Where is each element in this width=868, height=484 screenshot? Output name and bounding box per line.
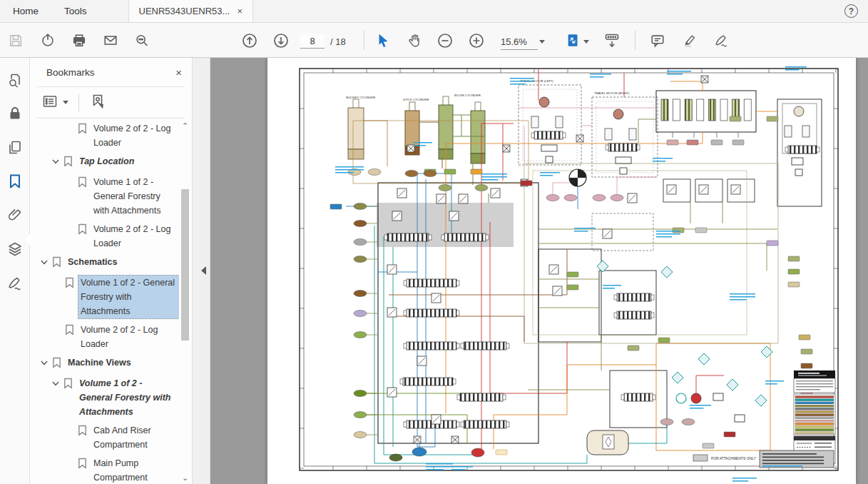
panel-close-icon[interactable]: × (175, 66, 182, 79)
page-count: / 18 (330, 36, 346, 47)
acrobat-window: Home Tools UENR5343UENR53... × ? (0, 0, 868, 484)
tab-home[interactable]: Home (0, 0, 51, 22)
bookmark-label[interactable]: Tap Location (77, 154, 179, 168)
boom-cylinder-label: BOOM CYLINDER (454, 94, 481, 97)
navigation-rail (0, 58, 30, 484)
bookmark-item[interactable]: Cab And Riser Compartment (30, 421, 179, 454)
attachments-note: FOR ATTACHMENTS ONLY (693, 455, 757, 461)
bookmark-item[interactable]: Volume 2 of 2 - Log Loader (30, 321, 179, 353)
bookmark-options-icon[interactable] (41, 93, 58, 113)
bookmark-item[interactable]: Main Pump Compartment (30, 454, 179, 484)
fit-page-icon[interactable] (565, 32, 582, 49)
bucket-cylinder: BUCKET CYLINDER (346, 96, 387, 166)
bookmarks-icon[interactable] (6, 173, 24, 190)
bookmark-label[interactable]: Volume 1 of 2 - General Forestry with At… (78, 276, 179, 318)
zoom-in-icon[interactable] (468, 32, 485, 49)
options-caret-icon[interactable] (63, 101, 68, 104)
schematic-page[interactable]: BUCKET CYLINDER STICK CYLINDER (267, 58, 856, 484)
bookmarks-tree: Volume 2 of 2 - Log LoaderTap LocationVo… (30, 119, 179, 484)
bookmark-icon (77, 222, 91, 238)
select-tool-icon[interactable] (375, 32, 392, 49)
toolbar-divider (364, 31, 364, 50)
share-upload-icon[interactable] (39, 32, 56, 49)
zoom-out-icon[interactable] (436, 32, 454, 49)
stick-cylinder-label: STICK CYLINDER (403, 98, 429, 101)
panel-title: Bookmarks (46, 67, 95, 78)
toolbar-divider (635, 31, 635, 50)
bookmark-item[interactable]: Volume 1 of 2 - General Forestry with At… (30, 173, 179, 220)
bookmark-label[interactable]: Volume 2 of 2 - Log Loader (91, 121, 179, 150)
bookmark-icon (77, 456, 91, 473)
document-view: BUCKET CYLINDER STICK CYLINDER (210, 58, 868, 484)
zoom-caret-icon[interactable] (539, 40, 545, 44)
document-export-icon[interactable] (6, 72, 24, 89)
document-tab-label: UENR5343UENR53... (139, 6, 230, 16)
zoom-level-value[interactable]: 15.6% (501, 36, 538, 50)
panel-splitter[interactable] (193, 58, 210, 484)
print-icon[interactable] (71, 32, 88, 49)
bookmark-item[interactable]: Volume 1 of 2 - General Forestry with At… (30, 273, 179, 321)
bookmark-icon (77, 121, 91, 138)
page-number-input[interactable] (300, 34, 325, 49)
hide-toolbar-icon[interactable] (603, 32, 621, 49)
help-icon[interactable]: ? (844, 4, 858, 18)
tab-close-icon[interactable]: × (237, 6, 242, 16)
bookmark-icon (63, 376, 77, 393)
attachments-icon[interactable] (6, 206, 24, 223)
hand-tool-icon[interactable] (407, 32, 424, 49)
layers-icon[interactable] (6, 241, 24, 258)
highlight-icon[interactable] (681, 32, 698, 49)
bucket-cylinder-label: BUCKET CYLINDER (346, 96, 375, 99)
active-panel-notch (25, 234, 30, 246)
fit-page-caret-icon[interactable] (583, 40, 589, 44)
chevron-down-icon[interactable] (51, 376, 63, 390)
signature-icon[interactable] (6, 275, 24, 292)
scroll-down-icon[interactable]: ⌄ (180, 473, 190, 483)
bookmark-label[interactable]: Volume 2 of 2 - Log Loader (78, 323, 179, 351)
fill-sign-icon[interactable] (713, 32, 730, 49)
lock-icon[interactable] (6, 105, 24, 122)
bookmark-icon (63, 154, 77, 171)
bookmark-icon (51, 356, 66, 372)
scrollbar-thumb[interactable] (181, 189, 189, 341)
save-icon[interactable] (7, 32, 24, 49)
copy-pages-icon[interactable] (6, 139, 24, 156)
bookmark-item[interactable]: Volume 2 of 2 - Log Loader (30, 119, 179, 152)
stick-cylinder: STICK CYLINDER (403, 98, 442, 168)
search-icon[interactable] (133, 32, 150, 49)
travel-motor-right-label: TRAVEL MOTOR (RIGHT) (594, 91, 630, 95)
page-down-icon[interactable] (272, 32, 290, 49)
page-up-icon[interactable] (241, 32, 258, 49)
bookmark-item[interactable]: Tap Location (30, 152, 179, 173)
legend-block (760, 370, 835, 468)
comment-icon[interactable] (649, 32, 666, 49)
main-toolbar: / 18 15.6% (0, 23, 868, 58)
bookmark-item[interactable]: Volume 2 of 2 - Log Loader (30, 220, 179, 253)
chevron-down-icon[interactable] (40, 255, 51, 269)
document-tab[interactable]: UENR5343UENR53... × (128, 0, 253, 22)
scroll-up-icon[interactable]: ⌃ (180, 121, 190, 131)
bookmark-label[interactable]: Volume 1 of 2 - General Forestry with At… (77, 376, 179, 419)
bookmark-label[interactable]: Schematics (66, 255, 179, 269)
swivel-joint (569, 169, 586, 186)
bookmark-label[interactable]: Volume 1 of 2 - General Forestry with At… (91, 175, 179, 218)
tab-bar: Home Tools UENR5343UENR53... × ? (0, 0, 868, 23)
attachments-note-label: FOR ATTACHMENTS ONLY (711, 456, 757, 460)
tab-tools[interactable]: Tools (51, 0, 100, 22)
panel-scrollbar[interactable]: ⌃ ⌄ (180, 121, 190, 483)
bookmark-item[interactable]: Machine Views (30, 353, 179, 374)
bookmark-label[interactable]: Machine Views (66, 356, 179, 370)
email-icon[interactable] (102, 32, 119, 49)
collapse-panel-icon[interactable] (201, 266, 206, 275)
bookmark-label[interactable]: Cab And Riser Compartment (91, 423, 179, 452)
bookmark-item[interactable]: Schematics (30, 253, 179, 273)
goto-current-bookmark-icon[interactable] (89, 93, 106, 113)
bookmark-item[interactable]: Volume 1 of 2 - General Forestry with At… (30, 374, 179, 421)
bookmark-icon (51, 255, 66, 271)
bookmark-label[interactable]: Volume 2 of 2 - Log Loader (91, 222, 179, 251)
bookmark-icon (77, 423, 91, 440)
chevron-down-icon[interactable] (40, 356, 51, 370)
bookmark-label[interactable]: Main Pump Compartment (91, 456, 179, 484)
bookmarks-panel: Bookmarks × (30, 58, 193, 484)
chevron-down-icon[interactable] (51, 154, 63, 168)
